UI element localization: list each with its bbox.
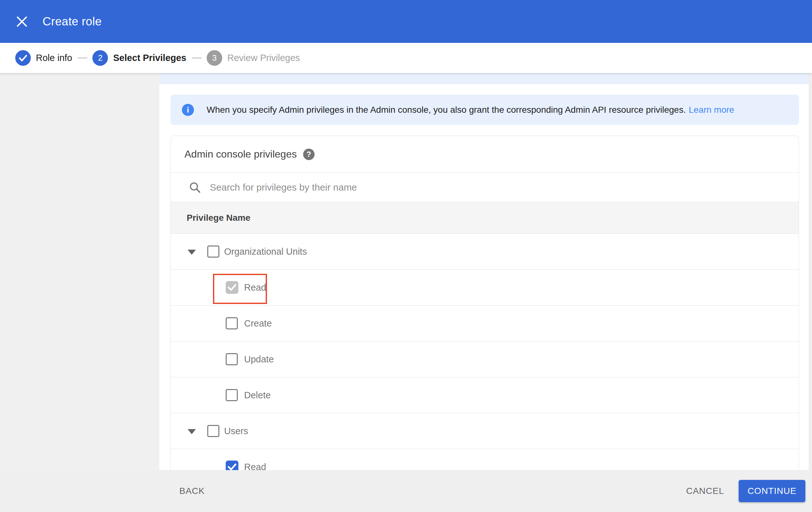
checkbox-delete[interactable] xyxy=(226,389,238,401)
row-label: Organizational Units xyxy=(224,246,307,257)
row-label: Users xyxy=(224,426,248,436)
step-review-privileges[interactable]: 3 Review Privileges xyxy=(207,50,300,66)
checkmark-icon xyxy=(226,281,238,294)
step-select-privileges[interactable]: 2 Select Privileges xyxy=(92,50,186,66)
checkbox-organizational-units[interactable] xyxy=(207,245,219,258)
checkbox-users[interactable] xyxy=(207,425,219,437)
checkbox-update[interactable] xyxy=(226,353,238,365)
dialog-header: Create role xyxy=(0,0,812,43)
step-number-badge: 3 xyxy=(207,50,222,66)
row-label: Delete xyxy=(244,390,271,401)
admin-privileges-card: Admin console privileges ? Privilege Nam… xyxy=(171,136,799,470)
card-title: Admin console privileges xyxy=(184,148,297,160)
step-label: Role info xyxy=(36,53,72,63)
step-connector xyxy=(78,57,87,58)
step-label: Review Privileges xyxy=(227,53,300,63)
table-row: Read xyxy=(171,270,799,305)
table-row: Organizational Units xyxy=(171,234,799,270)
close-icon[interactable] xyxy=(14,14,29,29)
checkbox-create[interactable] xyxy=(226,317,238,329)
row-label: Create xyxy=(244,318,272,329)
info-banner-text: When you specify Admin privileges in the… xyxy=(207,105,686,115)
card-title-row: Admin console privileges ? xyxy=(171,136,799,173)
row-label: Read xyxy=(244,282,266,293)
close-x-glyph xyxy=(15,15,29,28)
table-row: Update xyxy=(171,342,799,377)
table-row: Users xyxy=(171,413,799,449)
scrollbar-track[interactable] xyxy=(809,73,812,470)
table-row: Delete xyxy=(171,377,799,413)
step-label: Select Privileges xyxy=(113,53,186,63)
info-icon: i xyxy=(182,104,194,116)
table-column-header: Privilege Name xyxy=(171,202,799,234)
checkbox-read-checked[interactable] xyxy=(226,281,238,294)
step-role-info[interactable]: Role info xyxy=(15,50,72,66)
collapse-arrow-icon[interactable] xyxy=(187,250,196,255)
search-input[interactable] xyxy=(210,182,718,193)
back-button[interactable]: BACK xyxy=(179,486,205,496)
stepper: Role info 2 Select Privileges 3 Review P… xyxy=(0,43,812,73)
privileges-panel: i When you specify Admin privileges in t… xyxy=(160,73,809,470)
page-title: Create role xyxy=(42,15,102,28)
row-label: Read xyxy=(244,462,266,470)
continue-button[interactable]: CONTINUE xyxy=(739,480,805,502)
cancel-button[interactable]: CANCEL xyxy=(686,486,724,496)
scrolled-banner-remnant xyxy=(160,73,809,84)
content-area: i When you specify Admin privileges in t… xyxy=(0,73,812,512)
checkmark-icon xyxy=(226,461,238,470)
step-connector xyxy=(192,57,202,58)
checkbox-users-read-checked[interactable] xyxy=(226,461,238,470)
table-row: Create xyxy=(171,305,799,342)
row-label: Update xyxy=(244,354,274,365)
step-completed-check-icon xyxy=(15,50,31,66)
search-icon xyxy=(189,181,201,193)
collapse-arrow-icon[interactable] xyxy=(187,429,196,434)
info-banner: i When you specify Admin privileges in t… xyxy=(171,95,799,125)
help-icon[interactable]: ? xyxy=(303,149,315,160)
learn-more-link[interactable]: Learn more xyxy=(689,105,734,115)
step-number-badge: 2 xyxy=(92,50,108,66)
search-row xyxy=(171,173,799,202)
table-row: Read xyxy=(171,449,799,470)
footer-actions: CANCEL CONTINUE xyxy=(686,480,805,502)
footer-bar: BACK CANCEL CONTINUE xyxy=(0,470,812,512)
